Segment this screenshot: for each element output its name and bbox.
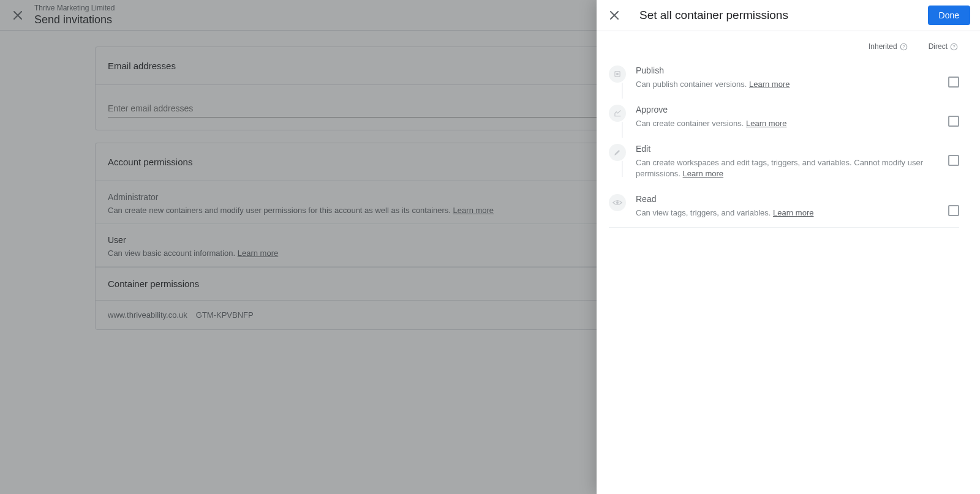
column-headers: Inherited ? Direct ? [609, 39, 959, 59]
permission-row-read: Read Can view tags, triggers, and variab… [609, 188, 959, 227]
permission-row-approve: Approve Can create container versions. L… [609, 99, 959, 138]
learn-more-link[interactable]: Learn more [749, 80, 790, 89]
edit-icon [609, 144, 626, 161]
permission-row-publish: Publish Can publish container versions. … [609, 59, 959, 99]
read-icon [609, 194, 626, 211]
edit-checkbox[interactable] [948, 155, 959, 166]
help-icon[interactable]: ? [950, 43, 958, 51]
perm-desc: Can create container versions. Learn mor… [636, 118, 936, 129]
read-checkbox[interactable] [948, 205, 959, 216]
perm-desc: Can create workspaces and edit tags, tri… [636, 157, 936, 179]
publish-checkbox[interactable] [948, 77, 959, 88]
panel-header: Set all container permissions Done [597, 0, 980, 31]
panel-title: Set all container permissions [639, 9, 928, 22]
svg-text:?: ? [902, 43, 905, 49]
set-permissions-panel: Set all container permissions Done Inher… [597, 0, 980, 494]
direct-label: Direct ? [929, 42, 958, 51]
publish-icon [609, 65, 626, 83]
svg-rect-5 [616, 73, 619, 75]
approve-checkbox[interactable] [948, 116, 959, 127]
learn-more-link[interactable]: Learn more [746, 119, 786, 128]
close-icon[interactable] [610, 11, 619, 20]
learn-more-link[interactable]: Learn more [773, 208, 813, 217]
inherited-label: Inherited ? [869, 42, 908, 51]
perm-desc: Can view tags, triggers, and variables. … [636, 208, 936, 219]
help-icon[interactable]: ? [900, 43, 908, 51]
perm-desc: Can publish container versions. Learn mo… [636, 79, 936, 90]
permission-row-edit: Edit Can create workspaces and edit tags… [609, 138, 959, 188]
svg-point-6 [616, 201, 619, 204]
permission-list: Publish Can publish container versions. … [609, 59, 959, 228]
learn-more-link[interactable]: Learn more [683, 169, 723, 178]
perm-name: Read [636, 194, 936, 204]
perm-name: Approve [636, 105, 936, 114]
approve-icon [609, 105, 626, 122]
perm-name: Edit [636, 144, 936, 154]
svg-text:?: ? [952, 43, 955, 49]
perm-name: Publish [636, 65, 936, 75]
done-button[interactable]: Done [928, 6, 970, 25]
